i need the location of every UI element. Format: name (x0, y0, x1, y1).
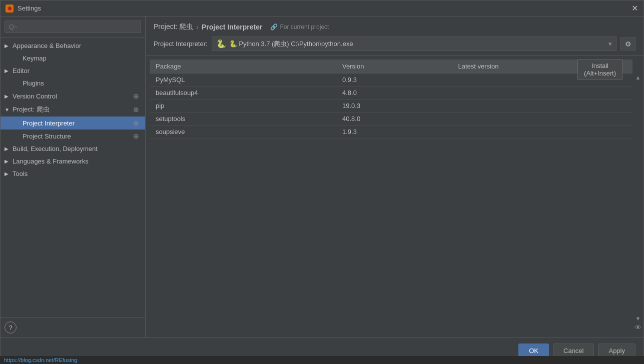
breadcrumb: Project: 爬虫 › Project Interpreter 🔗 For … (154, 22, 635, 32)
cell-latest (452, 126, 632, 138)
interpreter-select[interactable]: 🐍 🐍 Python 3.7 (爬虫) C:\Python\python.exe… (212, 36, 616, 51)
settings-window: 🐞 Settings ✕ ▶ Appearance & Behavior Key… (0, 0, 644, 364)
sidebar-item-plugins[interactable]: Plugins (1, 77, 145, 90)
sidebar-item-label: Project Interpreter (23, 120, 75, 127)
sidebar-item-project-structure[interactable]: Project Structure ⊕ (1, 130, 145, 142)
search-box (1, 16, 145, 38)
table-row[interactable]: soupsieve1.9.3 (150, 126, 632, 138)
table-header: Package Version Latest version (150, 60, 632, 74)
watermark: https://blog.csdn.net/REfusing (0, 356, 644, 364)
title-bar: 🐞 Settings ✕ (1, 0, 643, 16)
main-panel: Project: 爬虫 › Project Interpreter 🔗 For … (146, 16, 643, 338)
table-row[interactable]: beautifulsoup44.8.0 (150, 86, 632, 100)
scroll-up-icon[interactable]: ▲ (635, 74, 641, 80)
sidebar-item-label: Keymap (23, 54, 47, 62)
interpreter-settings-button[interactable]: ⚙ (620, 38, 635, 50)
interpreter-value: 🐍 Python 3.7 (爬虫) C:\Python\python.exe (229, 40, 353, 48)
sidebar-item-label: Build, Execution, Deployment (13, 145, 98, 152)
breadcrumb-current: Project Interpreter (202, 23, 262, 31)
table-row[interactable]: pip19.0.3 (150, 100, 632, 112)
sidebar-item-project[interactable]: ▼ Project: 爬虫 ⊕ (1, 102, 145, 116)
collapse-arrow-icon: ▼ (5, 107, 11, 112)
watermark-url: https://blog.csdn.net/REfusing (4, 357, 77, 363)
table-row[interactable]: PyMySQL0.9.3 (150, 74, 632, 86)
cell-latest (452, 100, 632, 112)
gear-icon: ⚙ (625, 40, 631, 48)
dropdown-arrow-icon: ▾ (608, 40, 612, 48)
sidebar-item-editor[interactable]: ▶ Editor (1, 64, 145, 77)
sidebar-item-version-control[interactable]: ▶ Version Control ⊕ (1, 90, 145, 102)
sidebar-item-label: Plugins (23, 80, 44, 87)
sidebar-item-project-interpreter[interactable]: Project Interpreter ⊕ (1, 116, 145, 130)
sidebar-bottom: ? (1, 317, 145, 338)
copy-icon: ⊕ (133, 92, 139, 100)
expand-arrow-icon: ▶ (5, 94, 11, 99)
sidebar-item-label: Editor (13, 67, 30, 74)
cell-version: 4.8.0 (336, 86, 452, 100)
sidebar-item-label: Languages & Frameworks (13, 158, 89, 165)
sidebar-item-languages[interactable]: ▶ Languages & Frameworks (1, 155, 145, 168)
sidebar-item-label: Project: 爬虫 (13, 105, 50, 114)
interpreter-row: Project Interpreter: 🐍 🐍 Python 3.7 (爬虫)… (154, 36, 635, 51)
sidebar-item-tools[interactable]: ▶ Tools (1, 168, 145, 180)
panel-header: Project: 爬虫 › Project Interpreter 🔗 For … (146, 16, 643, 56)
app-icon: 🐞 (6, 4, 14, 12)
cell-package: setuptools (150, 112, 336, 126)
main-content: ▶ Appearance & Behavior Keymap ▶ Editor … (1, 16, 643, 338)
sidebar-nav: ▶ Appearance & Behavior Keymap ▶ Editor … (1, 38, 145, 317)
table-wrapper: Install (Alt+Insert) Package Version Lat… (150, 60, 632, 138)
cell-latest (452, 86, 632, 100)
col-package: Package (150, 60, 336, 74)
expand-arrow-icon: ▶ (5, 146, 11, 152)
close-button[interactable]: ✕ (630, 4, 638, 12)
breadcrumb-project: Project: 爬虫 (154, 22, 193, 32)
sidebar: ▶ Appearance & Behavior Keymap ▶ Editor … (1, 16, 146, 338)
table-scroll-area: ▲ ▼ 👁 (632, 60, 643, 334)
sidebar-item-appearance[interactable]: ▶ Appearance & Behavior (1, 40, 145, 52)
expand-arrow-icon: ▶ (5, 171, 11, 176)
install-button[interactable]: Install (Alt+Insert) (577, 60, 622, 80)
sidebar-item-label: Tools (13, 170, 28, 178)
cell-package: soupsieve (150, 126, 336, 138)
link-icon: 🔗 (270, 24, 278, 30)
for-current-project-label: For current project (280, 24, 329, 30)
cell-version: 19.0.3 (336, 100, 452, 112)
sidebar-item-label: Appearance & Behavior (13, 42, 81, 50)
cell-latest (452, 112, 632, 126)
python-icon: 🐍 (216, 39, 226, 48)
breadcrumb-separator: › (196, 23, 199, 31)
sidebar-item-label: Version Control (13, 92, 57, 100)
table-row[interactable]: setuptools40.8.0 (150, 112, 632, 126)
table-header-row: Package Version Latest version (150, 60, 632, 74)
package-table-container: Install (Alt+Insert) Package Version Lat… (150, 60, 632, 334)
help-button[interactable]: ? (5, 322, 17, 334)
sidebar-item-keymap[interactable]: Keymap (1, 52, 145, 64)
interpreter-label: Project Interpreter: (154, 40, 208, 48)
cell-package: PyMySQL (150, 74, 336, 86)
copy-icon: ⊕ (133, 119, 139, 127)
package-area: Install (Alt+Insert) Package Version Lat… (146, 60, 643, 334)
scroll-down-icon[interactable]: ▼ (635, 316, 641, 322)
sidebar-item-label: Project Structure (23, 132, 71, 140)
cell-package: pip (150, 100, 336, 112)
cell-version: 1.9.3 (336, 126, 452, 138)
package-table: Package Version Latest version PyMySQL0.… (150, 60, 632, 138)
search-input[interactable] (5, 20, 141, 33)
expand-arrow-icon: ▶ (5, 43, 11, 48)
cell-version: 40.8.0 (336, 112, 452, 126)
cell-package: beautifulsoup4 (150, 86, 336, 100)
for-current-project: 🔗 For current project (270, 24, 329, 30)
expand-arrow-icon: ▶ (5, 68, 11, 74)
copy-icon: ⊕ (133, 106, 139, 114)
sidebar-item-build[interactable]: ▶ Build, Execution, Deployment (1, 142, 145, 155)
eye-icon[interactable]: 👁 (634, 324, 641, 332)
col-version: Version (336, 60, 452, 74)
copy-icon: ⊕ (133, 132, 139, 140)
expand-arrow-icon: ▶ (5, 158, 11, 164)
cell-version: 0.9.3 (336, 74, 452, 86)
table-body: PyMySQL0.9.3beautifulsoup44.8.0pip19.0.3… (150, 74, 632, 138)
title-bar-text: Settings (18, 4, 630, 12)
